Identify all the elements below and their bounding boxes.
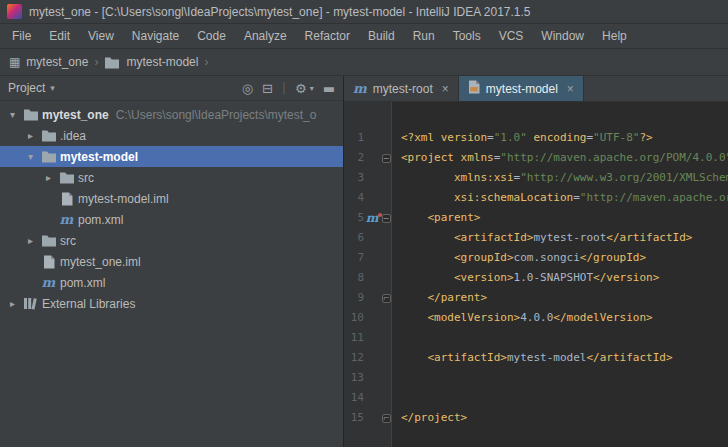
menu-navigate[interactable]: Navigate	[123, 24, 188, 48]
line-number: 6	[344, 228, 364, 248]
folder-icon	[39, 150, 58, 163]
maven-icon: m	[57, 213, 76, 226]
project-view-selector[interactable]: Project ▾	[8, 81, 55, 95]
menu-view[interactable]: View	[79, 24, 123, 48]
tree-item-label: src	[58, 234, 76, 248]
tab-mytest-root[interactable]: mmytest-root×	[344, 76, 459, 101]
chevron-down-icon[interactable]: ▾	[22, 151, 39, 162]
gutter-icon-slot	[364, 248, 380, 268]
menu-file[interactable]: File	[3, 24, 40, 48]
gutter-icon-slot	[364, 408, 380, 428]
code-text: xmlns:xsi="http://www.w3.org/2001/XMLSch…	[392, 168, 728, 188]
settings-gear-icon[interactable]: ⚙	[295, 81, 307, 96]
editor-line: 10 <modelVersion>4.0.0</modelVersion>	[344, 308, 728, 328]
tab-mytest-model[interactable]: mytest-model×	[459, 76, 584, 101]
menu-analyze[interactable]: Analyze	[235, 24, 296, 48]
tree-item-label: mytest_one	[40, 108, 109, 122]
fold-slot	[380, 368, 392, 388]
tree-item-src[interactable]: ▸src	[0, 167, 343, 188]
line-number: 3	[344, 168, 364, 188]
folder-icon	[39, 129, 58, 142]
chevron-down-icon: ▾	[310, 84, 314, 93]
chevron-down-icon[interactable]: ▾	[4, 109, 21, 120]
tree-item-src[interactable]: ▸src	[0, 230, 343, 251]
chevron-down-icon: ▾	[50, 83, 55, 93]
fold-marker[interactable]: ⌐	[380, 288, 392, 308]
line-number: 15	[344, 408, 364, 428]
menu-refactor[interactable]: Refactor	[296, 24, 359, 48]
fold-slot	[380, 268, 392, 288]
code-text	[392, 368, 401, 388]
fold-marker[interactable]: −	[380, 148, 392, 168]
ide-window: mytest_one - [C:\Users\songl\IdeaProject…	[0, 0, 728, 447]
fold-slot	[380, 168, 392, 188]
menu-code[interactable]: Code	[188, 24, 235, 48]
line-number: 12	[344, 348, 364, 368]
menu-help[interactable]: Help	[593, 24, 636, 48]
fold-slot	[380, 188, 392, 208]
chevron-right-icon[interactable]: ▸	[40, 172, 57, 183]
gutter-icon-slot	[364, 368, 380, 388]
tree-item-idea[interactable]: ▸.idea	[0, 125, 343, 146]
line-number: 13	[344, 368, 364, 388]
tree-item-label: src	[76, 171, 94, 185]
code-text: </parent>	[392, 288, 487, 308]
editor-line: 12 <artifactId>mytest-model</artifactId>	[344, 348, 728, 368]
editor-line: 13	[344, 368, 728, 388]
folder-icon	[104, 56, 120, 69]
menu-tools[interactable]: Tools	[444, 24, 490, 48]
main-area: Project ▾ ◎⊟|⚙▾▬ ▾mytest_oneC:\Users\son…	[0, 76, 728, 447]
tree-item-label: External Libraries	[40, 297, 135, 311]
hide-panel-icon[interactable]: ▬	[323, 81, 335, 96]
tree-item-pom-xml[interactable]: mpom.xml	[0, 209, 343, 230]
chevron-right-icon[interactable]: ▸	[22, 130, 39, 141]
tab-label: mytest-model	[486, 82, 558, 96]
maven-reimport-icon[interactable]: m	[364, 208, 380, 228]
library-icon	[21, 297, 40, 310]
window-title: mytest_one - [C:\Users\songl\IdeaProject…	[29, 5, 531, 19]
tree-item-mytest-one-iml[interactable]: mytest_one.iml	[0, 251, 343, 272]
tree-item-label: mytest-model.iml	[76, 192, 169, 206]
code-text	[392, 328, 401, 348]
tree-item-external-libraries[interactable]: ▸External Libraries	[0, 293, 343, 314]
menu-edit[interactable]: Edit	[40, 24, 79, 48]
menu-build[interactable]: Build	[359, 24, 404, 48]
gutter-icon-slot	[364, 268, 380, 288]
code-text: <artifactId>mytest-root</artifactId>	[392, 228, 692, 248]
close-icon[interactable]: ×	[567, 82, 574, 96]
breadcrumb-item-mytest-model[interactable]: mytest-model	[126, 55, 198, 69]
collapse-all-icon[interactable]: ⊟	[262, 81, 273, 96]
fold-slot	[380, 348, 392, 368]
menu-vcs[interactable]: VCS	[490, 24, 533, 48]
file-icon	[57, 192, 76, 206]
editor-lines: 1<?xml version="1.0" encoding="UTF-8"?>2…	[344, 102, 728, 428]
tree-item-label: mytest_one.iml	[58, 255, 141, 269]
locate-icon[interactable]: ◎	[242, 81, 253, 96]
tree-item-mytest-model-iml[interactable]: mytest-model.iml	[0, 188, 343, 209]
line-number: 10	[344, 308, 364, 328]
line-number: 4	[344, 188, 364, 208]
tree-item-pom-xml[interactable]: mpom.xml	[0, 272, 343, 293]
tree-item-mytest-one[interactable]: ▾mytest_oneC:\Users\songl\IdeaProjects\m…	[0, 104, 343, 125]
fold-marker[interactable]: −	[380, 208, 392, 228]
fold-slot	[380, 388, 392, 408]
fold-marker[interactable]: ⌐	[380, 408, 392, 428]
fold-slot	[380, 228, 392, 248]
close-icon[interactable]: ×	[442, 82, 449, 96]
fold-slot	[380, 248, 392, 268]
editor-line: 6 <artifactId>mytest-root</artifactId>	[344, 228, 728, 248]
chevron-right-icon[interactable]: ▸	[22, 235, 39, 246]
menu-run[interactable]: Run	[404, 24, 444, 48]
gutter-icon-slot	[364, 308, 380, 328]
editor-line: 8 <version>1.0-SNAPSHOT</version>	[344, 268, 728, 288]
tree-item-mytest-model[interactable]: ▾mytest-model	[0, 146, 343, 167]
editor-line: 7 <groupId>com.songci</groupId>	[344, 248, 728, 268]
breadcrumb-item-mytest-one[interactable]: mytest_one	[26, 55, 88, 69]
chevron-right-icon[interactable]: ▸	[4, 298, 21, 309]
editor[interactable]: 1<?xml version="1.0" encoding="UTF-8"?>2…	[344, 102, 728, 447]
tree-item-label: mytest-model	[58, 150, 138, 164]
project-panel-header: Project ▾ ◎⊟|⚙▾▬	[0, 76, 343, 101]
menu-window[interactable]: Window	[532, 24, 593, 48]
editor-line: 9⌐ </parent>	[344, 288, 728, 308]
editor-line: 11	[344, 328, 728, 348]
